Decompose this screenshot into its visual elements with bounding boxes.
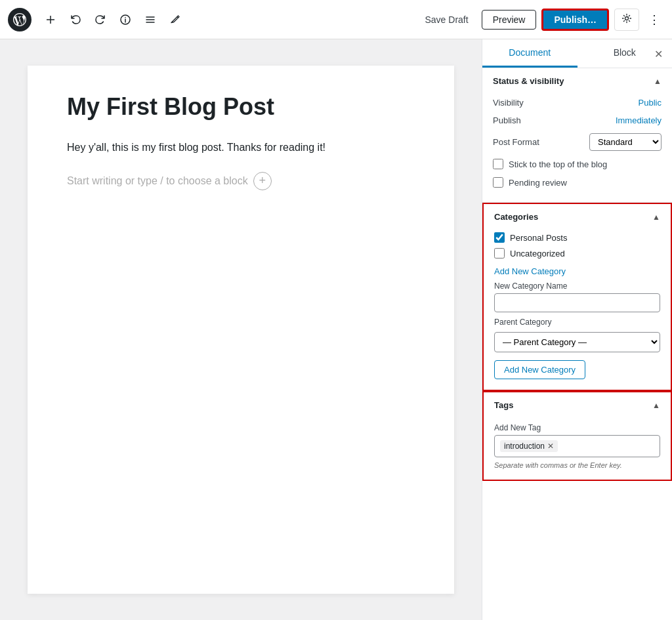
visibility-row: Visibility Public xyxy=(493,94,662,112)
sidebar-tabs: Document Block ✕ xyxy=(482,39,672,68)
undo-icon xyxy=(70,14,81,26)
categories-panel-body: Personal Posts Uncategorized Add New Cat… xyxy=(484,230,671,390)
svg-point-4 xyxy=(125,16,126,18)
add-block-inline-button[interactable]: + xyxy=(253,172,272,190)
stick-top-label: Stick to the top of the blog xyxy=(509,159,607,169)
category-personal-posts-label: Personal Posts xyxy=(510,233,567,243)
redo-icon xyxy=(94,14,106,26)
tag-remove-introduction-button[interactable]: ✕ xyxy=(547,442,554,451)
category-item-uncategorized: Uncategorized xyxy=(494,245,660,261)
toolbar: Save Draft Preview Publish… ⋮ xyxy=(0,0,672,39)
new-category-name-input[interactable] xyxy=(494,293,660,312)
stick-top-row: Stick to the top of the blog xyxy=(493,155,662,173)
tags-input-wrapper[interactable]: introduction ✕ xyxy=(494,435,660,457)
post-format-label: Post Format xyxy=(493,137,539,147)
publish-button[interactable]: Publish… xyxy=(541,9,609,31)
main-layout: My First Blog Post Hey y'all, this is my… xyxy=(0,39,672,620)
stick-top-checkbox[interactable] xyxy=(493,159,503,169)
publish-label: Publish xyxy=(493,115,521,125)
undo-button[interactable] xyxy=(64,10,87,30)
pending-review-row: Pending review xyxy=(493,173,662,192)
visibility-value[interactable]: Public xyxy=(639,98,662,108)
pencil-icon xyxy=(169,14,181,26)
publish-row: Publish Immediately xyxy=(493,112,662,129)
category-uncategorized-label: Uncategorized xyxy=(510,249,565,258)
more-options-button[interactable]: ⋮ xyxy=(644,9,664,31)
panel-status-visibility: Status & visibility ▲ Visibility Public … xyxy=(482,68,672,203)
toolbar-left xyxy=(8,8,186,31)
toolbar-right: Save Draft Preview Publish… ⋮ xyxy=(417,9,665,31)
add-new-category-button[interactable]: Add New Category xyxy=(494,360,585,379)
pending-review-label: Pending review xyxy=(509,178,567,188)
save-draft-button[interactable]: Save Draft xyxy=(417,10,476,29)
list-view-button[interactable] xyxy=(139,10,161,30)
status-visibility-panel-body: Visibility Public Publish Immediately Po… xyxy=(482,94,672,202)
add-new-tag-label: Add New Tag xyxy=(494,423,660,432)
category-uncategorized-checkbox[interactable] xyxy=(494,248,505,258)
add-block-toolbar-button[interactable] xyxy=(39,10,62,30)
tags-hint-text: Separate with commas or the Enter key. xyxy=(494,461,660,469)
add-new-category-link[interactable]: Add New Category xyxy=(494,266,660,276)
tag-chip-introduction: introduction ✕ xyxy=(500,440,558,452)
wordpress-logo-svg xyxy=(13,13,26,26)
info-icon xyxy=(119,14,131,26)
plus-icon xyxy=(45,14,56,26)
tab-document[interactable]: Document xyxy=(482,39,578,68)
preview-button[interactable]: Preview xyxy=(482,10,537,30)
editor-area: My First Blog Post Hey y'all, this is my… xyxy=(0,39,482,620)
panel-tags-header[interactable]: Tags ▲ xyxy=(484,392,671,418)
visibility-label: Visibility xyxy=(493,98,524,108)
tools-button[interactable] xyxy=(164,10,186,30)
gear-icon xyxy=(621,13,632,24)
parent-category-select[interactable]: — Parent Category — xyxy=(494,332,660,352)
publish-value[interactable]: Immediately xyxy=(616,115,662,125)
sidebar: Document Block ✕ Status & visibility ▲ V… xyxy=(482,39,672,620)
placeholder-text: Start writing or type / to choose a bloc… xyxy=(67,175,248,187)
document-info-button[interactable] xyxy=(114,10,136,30)
editor-content: My First Blog Post Hey y'all, this is my… xyxy=(28,66,454,594)
list-icon xyxy=(144,14,156,26)
status-visibility-panel-title: Status & visibility xyxy=(493,76,564,86)
post-format-row: Post Format Standard Aside Image Video Q… xyxy=(493,129,662,155)
wordpress-logo xyxy=(8,8,32,31)
tags-chevron: ▲ xyxy=(652,401,660,410)
sidebar-close-button[interactable]: ✕ xyxy=(650,45,667,62)
categories-panel-title: Categories xyxy=(494,212,538,222)
post-format-select[interactable]: Standard Aside Image Video Quote Link xyxy=(589,133,662,151)
panel-categories-header[interactable]: Categories ▲ xyxy=(484,204,671,230)
tag-text-input[interactable] xyxy=(560,442,654,451)
panel-status-visibility-header[interactable]: Status & visibility ▲ xyxy=(482,68,672,94)
tag-chip-label: introduction xyxy=(504,442,545,451)
tags-panel-body: Add New Tag introduction ✕ Separate with… xyxy=(484,423,671,480)
category-personal-posts-checkbox[interactable] xyxy=(494,232,505,243)
post-placeholder-row: Start writing or type / to choose a bloc… xyxy=(67,172,415,190)
pending-review-checkbox[interactable] xyxy=(493,177,503,188)
settings-button[interactable] xyxy=(614,9,639,31)
post-title[interactable]: My First Blog Post xyxy=(67,92,415,123)
post-body[interactable]: Hey y'all, this is my first blog post. T… xyxy=(67,138,415,156)
redo-button[interactable] xyxy=(89,10,112,30)
status-visibility-chevron: ▲ xyxy=(654,77,662,86)
parent-category-label: Parent Category xyxy=(494,318,660,327)
svg-point-8 xyxy=(625,16,629,20)
category-item-personal-posts: Personal Posts xyxy=(494,230,660,245)
tags-panel-title: Tags xyxy=(494,400,513,410)
panel-categories: Categories ▲ Personal Posts Uncategorize… xyxy=(482,203,672,391)
panel-tags: Tags ▲ Add New Tag introduction ✕ Separa… xyxy=(482,391,672,481)
categories-chevron: ▲ xyxy=(652,213,660,222)
new-category-name-label: New Category Name xyxy=(494,281,660,291)
